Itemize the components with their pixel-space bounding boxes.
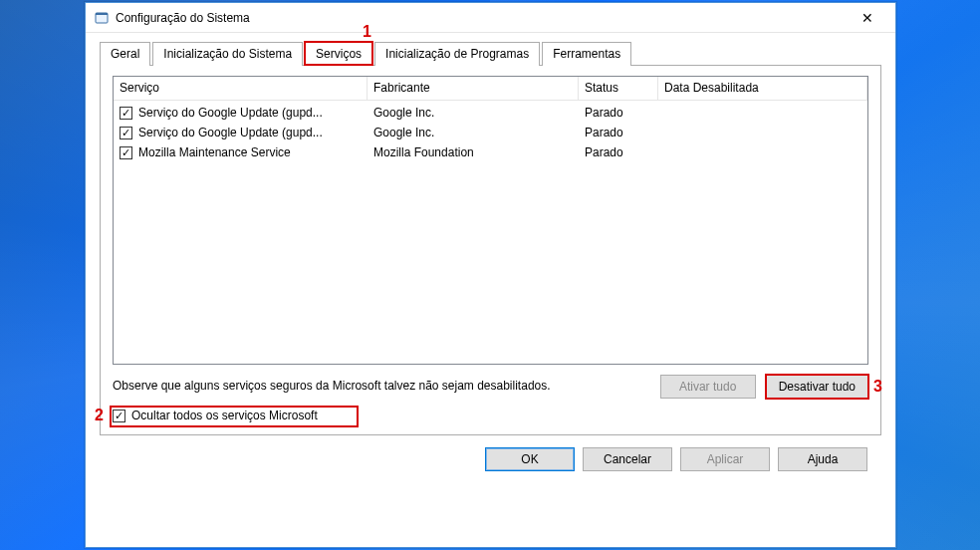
annotation-step1: 1 <box>363 23 371 41</box>
column-header-service[interactable]: Serviço <box>114 77 368 100</box>
help-button[interactable]: Ajuda <box>778 447 867 471</box>
tab-pane-servicos: Serviço Fabricante Status Data Desabilit… <box>100 65 881 435</box>
hide-ms-label: Ocultar todos os serviços Microsoft <box>131 409 318 422</box>
apply-button[interactable]: Aplicar <box>680 447 770 471</box>
hide-ms-checkbox[interactable]: ✓ <box>113 410 125 422</box>
client-area: 1 Geral Inicialização do Sistema Serviço… <box>86 33 895 483</box>
cell-service: Serviço do Google Update (gupd... <box>138 106 323 120</box>
column-header-vendor[interactable]: Fabricante <box>368 77 579 100</box>
tab-bar: Geral Inicialização do Sistema Serviços … <box>100 41 881 66</box>
window-title: Configuração do Sistema <box>116 11 846 25</box>
hide-ms-row: 2 ✓ Ocultar todos os serviços Microsoft <box>113 409 868 422</box>
row-checkbox[interactable]: ✓ <box>120 107 132 120</box>
ok-button[interactable]: OK <box>485 447 575 471</box>
tab-servicos[interactable]: Serviços <box>305 42 372 66</box>
cell-status: Parado <box>579 145 658 159</box>
msconfig-window: Configuração do Sistema ✕ 1 Geral Inicia… <box>85 2 896 548</box>
note-text: Observe que alguns serviços seguros da M… <box>113 379 650 395</box>
tab-inicializacao-sistema[interactable]: Inicialização do Sistema <box>152 42 303 66</box>
cell-vendor: Google Inc. <box>368 106 579 120</box>
close-button[interactable]: ✕ <box>846 4 889 32</box>
tab-label: Serviços <box>316 47 362 61</box>
column-header-date[interactable]: Data Desabilitada <box>658 77 867 100</box>
listview-body: ✓ Serviço do Google Update (gupd... Goog… <box>114 101 867 162</box>
table-row[interactable]: ✓ Serviço do Google Update (gupd... Goog… <box>114 123 867 142</box>
services-listview[interactable]: Serviço Fabricante Status Data Desabilit… <box>113 76 868 365</box>
tab-label: Inicialização do Sistema <box>163 47 292 61</box>
column-header-status[interactable]: Status <box>579 77 658 100</box>
tab-label: Geral <box>111 47 139 61</box>
tab-inicializacao-programas[interactable]: Inicialização de Programas <box>374 42 540 66</box>
cell-status: Parado <box>579 126 658 139</box>
titlebar: Configuração do Sistema ✕ <box>86 3 895 33</box>
cell-status: Parado <box>579 106 658 120</box>
tab-geral[interactable]: Geral <box>100 42 150 66</box>
tab-ferramentas[interactable]: Ferramentas <box>542 42 631 66</box>
table-row[interactable]: ✓ Serviço do Google Update (gupd... Goog… <box>114 103 867 123</box>
annotation-step3: 3 <box>873 378 882 396</box>
svg-rect-1 <box>96 13 108 15</box>
tab-label: Inicialização de Programas <box>385 47 529 61</box>
row-checkbox[interactable]: ✓ <box>120 146 132 159</box>
listview-header: Serviço Fabricante Status Data Desabilit… <box>114 77 867 101</box>
disable-all-button[interactable]: Desativar tudo <box>766 375 868 399</box>
table-row[interactable]: ✓ Mozilla Maintenance Service Mozilla Fo… <box>114 142 867 162</box>
cell-service: Mozilla Maintenance Service <box>138 145 291 159</box>
cancel-button[interactable]: Cancelar <box>583 447 672 471</box>
enable-all-button[interactable]: Ativar tudo <box>660 375 756 399</box>
cell-vendor: Mozilla Foundation <box>368 145 579 159</box>
close-icon: ✕ <box>861 10 873 26</box>
cell-service: Serviço do Google Update (gupd... <box>138 126 323 139</box>
dialog-footer: OK Cancelar Aplicar Ajuda <box>100 435 881 471</box>
annotation-step2: 2 <box>95 407 104 424</box>
note-row: Observe que alguns serviços seguros da M… <box>113 375 868 399</box>
row-checkbox[interactable]: ✓ <box>120 127 132 139</box>
tab-label: Ferramentas <box>553 47 620 61</box>
app-icon <box>94 10 110 26</box>
cell-vendor: Google Inc. <box>368 126 579 139</box>
